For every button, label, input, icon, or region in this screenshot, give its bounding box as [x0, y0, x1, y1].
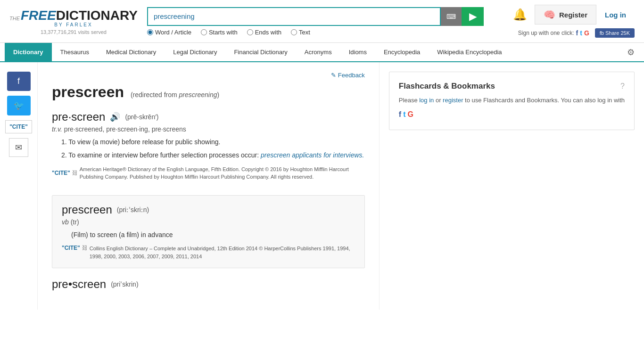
header: THE FREE DICTIONARY BY FARLEX 13,377,716…	[0, 0, 644, 43]
tab-thesaurus[interactable]: Thesaurus	[52, 43, 98, 61]
flashcard-text-before: Please	[399, 97, 419, 104]
cite-link-1[interactable]: "CITE"	[52, 170, 70, 176]
visits-count: 13,377,716,291 visits served	[41, 29, 107, 35]
radio-starts-with[interactable]: Starts with	[201, 29, 238, 36]
flashcard-login-link[interactable]: log in	[419, 97, 434, 104]
logo-area: THE FREE DICTIONARY BY FARLEX 13,377,716…	[9, 8, 138, 35]
share-button[interactable]: fb Share 25K	[595, 28, 635, 38]
signup-row: Sign up with one click: f t G fb Share 2…	[518, 28, 635, 38]
twitter-share-button[interactable]: 🐦	[7, 96, 31, 115]
entry-word-2: prescreen	[62, 203, 112, 216]
chain-icon-1: ⛓	[72, 170, 78, 176]
logo-free: FREE	[21, 8, 56, 23]
feedback-button[interactable]: ✎ Feedback	[331, 72, 365, 79]
source-row-2: "CITE" ⛓ Collins English Dictionary – Co…	[62, 245, 355, 260]
flashcard-text-middle: or	[434, 97, 443, 104]
tab-idioms[interactable]: Idioms	[340, 43, 375, 61]
keyboard-button[interactable]: ⌨	[441, 7, 462, 26]
flashcard-text: Please log in or register to use Flashca…	[399, 96, 625, 120]
register-label: Register	[559, 11, 587, 19]
example-link-1[interactable]: prescreen applicants for interviews.	[261, 151, 364, 159]
tab-legal-dictionary[interactable]: Legal Dictionary	[165, 43, 225, 61]
radio-ends-with[interactable]: Ends with	[247, 29, 281, 36]
settings-area: ⚙	[622, 43, 639, 61]
def-item-2-1: (Film) to screen (a film) in advance	[71, 230, 355, 240]
search-button[interactable]: ▶	[462, 7, 484, 26]
def-item-1-1: 1. To view (a movie) before release for …	[61, 137, 365, 147]
facebook-share-button[interactable]: f	[7, 72, 31, 91]
redirected-word: prescreening	[179, 91, 217, 99]
search-input[interactable]	[147, 7, 441, 26]
def-item-1-2: 2. To examine or interview before furthe…	[61, 150, 365, 160]
settings-icon[interactable]: ⚙	[627, 47, 635, 58]
flashcard-title: Flashcards & Bookmarks	[399, 82, 495, 91]
tab-dictionary[interactable]: Dictionary	[5, 43, 52, 61]
pronunciation-3: (priˈskrin)	[111, 280, 138, 288]
flashcard-g-icon[interactable]: G	[408, 108, 413, 121]
main-word-section: prescreen (redirected from prescreening)	[52, 83, 365, 101]
right-panel: Flashcards & Bookmarks ? Please log in o…	[379, 62, 644, 310]
social-tw-icon[interactable]: t	[580, 29, 582, 37]
definitions-list-2: (Film) to screen (a film) in advance	[71, 230, 355, 240]
flashcard-header: Flashcards & Bookmarks ?	[399, 82, 625, 91]
pronunciation-2: (priːˈskriːn)	[117, 206, 149, 214]
grammar-1: tr.v. pre·screened, pre·screen·ing, pre·…	[52, 125, 365, 133]
audio-icon-1[interactable]: 🔊	[110, 112, 120, 122]
source-text-1: American Heritage® Dictionary of the Eng…	[80, 165, 365, 181]
social-g-icon[interactable]: G	[584, 29, 589, 37]
logo-farlex: BY FARLEX	[54, 22, 92, 27]
cite-link-2[interactable]: "CITE"	[62, 245, 80, 251]
source-row-1: "CITE" ⛓ American Heritage® Dictionary o…	[52, 165, 365, 181]
flashcard-register-link[interactable]: register	[443, 97, 463, 104]
chain-icon-2: ⛓	[82, 245, 88, 251]
redirected-text: (redirected from prescreening)	[131, 91, 219, 99]
main-content: f 🐦 "CITE" ✉ ✎ Feedback prescreen (redir…	[0, 62, 644, 310]
content-area: ✎ Feedback prescreen (redirected from pr…	[38, 62, 379, 310]
radio-row: Word / Article Starts with Ends with Tex…	[147, 29, 484, 36]
main-word-title: prescreen	[52, 83, 124, 100]
register-button[interactable]: 🧠 Register	[535, 5, 596, 25]
flashcard-social-row: f t G	[399, 108, 625, 121]
tab-acronyms[interactable]: Acronyms	[296, 43, 340, 61]
entry-word-3: pre•screen	[52, 278, 106, 291]
social-fb-icon[interactable]: f	[576, 29, 578, 37]
email-button[interactable]: ✉	[9, 138, 28, 157]
entry-header-1: pre·screen 🔊 (prē-skrēn′)	[52, 110, 365, 123]
pronunciation-1: (prē-skrēn′)	[125, 113, 158, 121]
nav: Dictionary Thesaurus Medical Dictionary …	[0, 43, 644, 62]
tab-encyclopedia[interactable]: Encyclopedia	[375, 43, 429, 61]
logo-text: THE FREE DICTIONARY	[9, 8, 138, 23]
definition-entry-1: pre·screen 🔊 (prē-skrēn′) tr.v. pre·scre…	[52, 110, 365, 181]
radio-word-article[interactable]: Word / Article	[147, 29, 191, 36]
radio-text[interactable]: Text	[291, 29, 310, 36]
flashcard-fb-icon[interactable]: f	[399, 108, 401, 121]
feedback-area: ✎ Feedback	[52, 72, 365, 79]
definition-entry-2: prescreen (priːˈskriːn) vb (tr) (Film) t…	[52, 195, 365, 268]
auth-top: 🔔 🧠 Register Log in	[513, 5, 635, 25]
source-text-2: Collins English Dictionary – Complete an…	[90, 245, 355, 260]
tab-medical-dictionary[interactable]: Medical Dictionary	[98, 43, 165, 61]
cite-sidebar-button[interactable]: "CITE"	[5, 120, 32, 133]
signup-text: Sign up with one click:	[518, 30, 574, 36]
entry-header-3: pre•screen (priˈskrin)	[52, 278, 365, 291]
entry-word-1: pre·screen	[52, 110, 105, 123]
tab-financial-dictionary[interactable]: Financial Dictionary	[225, 43, 296, 61]
search-row: ⌨ ▶	[147, 7, 484, 26]
definition-entry-3: pre•screen (priˈskrin)	[52, 278, 365, 291]
flashcard-help-icon[interactable]: ?	[620, 82, 625, 90]
logo-dictionary: DICTIONARY	[56, 8, 138, 23]
logo-the: THE	[9, 16, 20, 21]
grammar-2: vb (tr)	[62, 218, 355, 226]
flashcard-text-after: to use Flashcards and Bookmarks. You can…	[463, 97, 625, 104]
auth-area: 🔔 🧠 Register Log in Sign up with one cli…	[493, 5, 635, 38]
login-button[interactable]: Log in	[596, 7, 635, 23]
flashcard-box: Flashcards & Bookmarks ? Please log in o…	[389, 72, 635, 130]
sidebar: f 🐦 "CITE" ✉	[0, 62, 38, 310]
entry-header-2: prescreen (priːˈskriːn)	[62, 203, 355, 216]
tab-wikipedia-encyclopedia[interactable]: Wikipedia Encyclopedia	[429, 43, 510, 61]
flashcard-tw-icon[interactable]: t	[403, 108, 405, 121]
register-brain-icon: 🧠	[544, 9, 555, 20]
bell-icon[interactable]: 🔔	[513, 8, 527, 21]
definitions-list-1: 1. To view (a movie) before release for …	[61, 137, 365, 161]
search-area: ⌨ ▶ Word / Article Starts with Ends with…	[147, 7, 484, 36]
